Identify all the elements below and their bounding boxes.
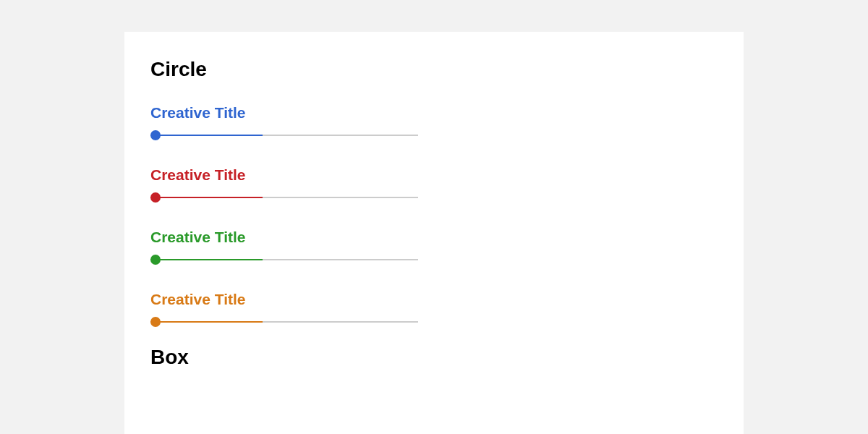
- section-heading-circle: Circle: [150, 58, 718, 81]
- section-heading-box: Box: [150, 346, 718, 369]
- progress-fill: [150, 197, 263, 198]
- progress-item: Creative Title: [150, 104, 718, 140]
- content-card: Circle Creative Title Creative Title Cre…: [124, 32, 744, 434]
- circle-icon: [150, 255, 161, 265]
- circle-icon: [150, 130, 161, 140]
- progress-fill: [150, 259, 263, 260]
- progress-item: Creative Title: [150, 166, 718, 203]
- progress-title: Creative Title: [150, 229, 718, 246]
- progress-title: Creative Title: [150, 291, 718, 308]
- progress-title: Creative Title: [150, 104, 718, 122]
- progress-item: Creative Title: [150, 229, 718, 265]
- progress-title: Creative Title: [150, 166, 718, 184]
- progress-bar: [150, 255, 418, 265]
- circle-icon: [150, 192, 161, 203]
- progress-bar: [150, 192, 418, 203]
- progress-fill: [150, 135, 263, 136]
- progress-bar: [150, 130, 418, 140]
- progress-item: Creative Title: [150, 291, 718, 327]
- progress-fill: [150, 321, 263, 323]
- progress-bar: [150, 317, 418, 327]
- circle-icon: [150, 317, 161, 327]
